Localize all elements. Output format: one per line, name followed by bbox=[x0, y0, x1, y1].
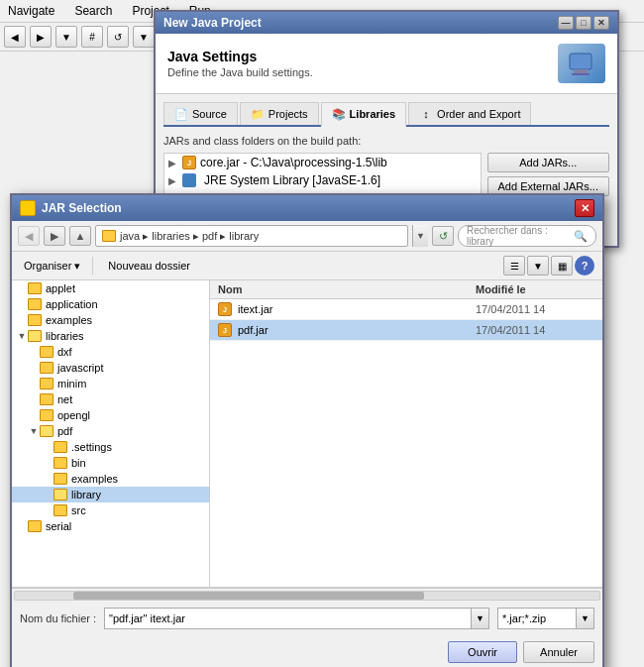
tree-item[interactable]: examples bbox=[12, 471, 209, 487]
folder-icon bbox=[40, 425, 54, 437]
tab-projects-label: Projects bbox=[268, 108, 308, 120]
folder-icon bbox=[28, 314, 42, 326]
expand-icon: ▶ bbox=[168, 158, 178, 168]
file-item-itext[interactable]: J itext.jar 17/04/2011 14 bbox=[210, 299, 602, 320]
close-button[interactable]: ✕ bbox=[593, 16, 609, 30]
tree-panel: applet application examples ▼ bbox=[12, 280, 210, 587]
tree-item[interactable]: ▼ libraries bbox=[12, 328, 209, 344]
nav-path-dropdown[interactable]: ▼ bbox=[412, 225, 428, 247]
jar-icon: J bbox=[182, 156, 196, 169]
view-buttons: ☰ ▼ ▦ ? bbox=[503, 256, 594, 276]
tree-item-label: libraries bbox=[46, 330, 84, 342]
view-grid-button[interactable]: ▦ bbox=[551, 256, 573, 276]
nouveau-dossier-button[interactable]: Nouveau dossier bbox=[101, 257, 197, 275]
folder-icon bbox=[28, 298, 42, 310]
libraries-icon: 📚 bbox=[332, 107, 346, 121]
tree-item[interactable]: serial bbox=[12, 518, 209, 534]
tree-item[interactable]: javascript bbox=[12, 360, 209, 376]
menu-search[interactable]: Search bbox=[70, 2, 116, 20]
tree-item-library[interactable]: library bbox=[12, 487, 209, 502]
lib-item-jre[interactable]: ▶ JRE System Library [JavaSE-1.6] bbox=[164, 171, 481, 189]
tree-item-label: minim bbox=[57, 378, 86, 389]
view-dropdown-button[interactable]: ▼ bbox=[527, 256, 549, 276]
tree-item[interactable]: bin bbox=[12, 455, 209, 471]
nav-search-box[interactable]: Rechercher dans : library 🔍 bbox=[458, 225, 596, 247]
tab-projects[interactable]: 📁 Projects bbox=[240, 102, 319, 125]
jar-dialog-titlebar: JAR Selection ✕ bbox=[12, 195, 602, 221]
tree-item-label: application bbox=[46, 298, 98, 310]
toolbar-btn-down[interactable]: ▼ bbox=[55, 26, 77, 48]
file-browser: applet application examples ▼ bbox=[12, 280, 602, 588]
toolbar-btn-refresh[interactable]: ↺ bbox=[107, 26, 129, 48]
organiser-button[interactable]: Organiser ▾ bbox=[20, 258, 84, 275]
toolbar-btn-grid[interactable]: # bbox=[81, 26, 103, 48]
add-jars-button[interactable]: Add JARs... bbox=[487, 153, 610, 172]
filename-dropdown[interactable]: ▼ bbox=[472, 608, 489, 629]
jar-icon: J bbox=[218, 302, 232, 316]
dialog-header-subtitle: Define the Java build settings. bbox=[167, 66, 313, 78]
folder-icon bbox=[54, 504, 67, 516]
lib-item-jre-label: JRE System Library [JavaSE-1.6] bbox=[204, 173, 380, 187]
nav-fwd-button[interactable]: ▶ bbox=[44, 226, 65, 246]
file-date: 17/04/2011 14 bbox=[476, 324, 594, 336]
annuler-button[interactable]: Annuler bbox=[523, 641, 594, 663]
nav-refresh-button[interactable]: ↺ bbox=[432, 226, 454, 246]
expand-icon-jre: ▶ bbox=[168, 175, 178, 186]
tree-item-label: applet bbox=[46, 282, 75, 294]
folder-icon bbox=[40, 378, 54, 389]
filename-label: Nom du fichier : bbox=[20, 612, 96, 624]
tree-item[interactable]: application bbox=[12, 296, 209, 312]
jar-close-button[interactable]: ✕ bbox=[575, 199, 594, 217]
tree-item-label: opengl bbox=[57, 409, 90, 421]
tab-source[interactable]: 📄 Source bbox=[163, 102, 238, 125]
maximize-button[interactable]: □ bbox=[576, 16, 591, 30]
files-panel: Nom Modifié le J itext.jar 17/04/2011 14… bbox=[210, 280, 602, 587]
nav-back-button[interactable]: ◀ bbox=[18, 226, 40, 246]
tree-item-label: dxf bbox=[57, 346, 72, 358]
tab-libraries-label: Libraries bbox=[350, 108, 395, 120]
tab-libraries[interactable]: 📚 Libraries bbox=[321, 102, 406, 127]
tree-item[interactable]: applet bbox=[12, 280, 209, 296]
view-list-button[interactable]: ☰ bbox=[503, 256, 525, 276]
lib-buttons: Add JARs... Add External JARs... bbox=[487, 153, 610, 196]
folder-icon bbox=[40, 362, 54, 374]
help-button[interactable]: ? bbox=[575, 256, 594, 276]
lib-item-core-label: core.jar - C:\Java\processing-1.5\lib bbox=[200, 156, 387, 169]
filename-input[interactable] bbox=[104, 608, 472, 629]
tree-item[interactable]: examples bbox=[12, 312, 209, 328]
tab-order-export[interactable]: ↕ Order and Export bbox=[408, 102, 531, 125]
tree-item-label: .settings bbox=[71, 441, 112, 453]
toolbar-btn-fwd[interactable]: ▶ bbox=[30, 26, 52, 48]
folder-icon bbox=[40, 393, 54, 405]
jar-title-icon bbox=[20, 200, 36, 216]
folder-icon bbox=[54, 441, 67, 453]
menu-navigate[interactable]: Navigate bbox=[4, 2, 58, 20]
tree-item[interactable]: ▼ pdf bbox=[12, 423, 209, 439]
tree-item[interactable]: minim bbox=[12, 376, 209, 391]
tree-item[interactable]: dxf bbox=[12, 344, 209, 360]
toolbar-btn-back[interactable]: ◀ bbox=[4, 26, 26, 48]
file-item-pdf[interactable]: J pdf.jar 17/04/2011 14 bbox=[210, 320, 602, 341]
nav-folder-icon bbox=[102, 230, 116, 242]
filetype-dropdown[interactable]: ▼ bbox=[577, 608, 594, 629]
bottom-bar: Nom du fichier : ▼ ▼ bbox=[12, 602, 602, 635]
nav-up-button[interactable]: ▲ bbox=[69, 226, 91, 246]
tree-item[interactable]: opengl bbox=[12, 407, 209, 423]
horizontal-scrollbar[interactable] bbox=[12, 588, 602, 602]
tree-item[interactable]: net bbox=[12, 391, 209, 407]
tab-order-label: Order and Export bbox=[437, 108, 520, 120]
tree-item[interactable]: .settings bbox=[12, 439, 209, 455]
filetype-select-wrapper: ▼ bbox=[497, 608, 594, 629]
ouvrir-button[interactable]: Ouvrir bbox=[448, 641, 517, 663]
minimize-button[interactable]: — bbox=[558, 16, 574, 30]
svg-rect-1 bbox=[574, 69, 588, 73]
nav-path-box[interactable]: java ▸ libraries ▸ pdf ▸ library bbox=[95, 225, 408, 247]
tree-item[interactable]: src bbox=[12, 502, 209, 518]
tree-item-label: examples bbox=[46, 314, 92, 326]
jre-icon bbox=[182, 173, 196, 187]
lib-item-core[interactable]: ▶ J core.jar - C:\Java\processing-1.5\li… bbox=[164, 154, 481, 171]
tree-item-label: pdf bbox=[57, 425, 72, 437]
folder-icon bbox=[40, 346, 54, 358]
toolbar-btn-down2[interactable]: ▼ bbox=[133, 26, 155, 48]
filetype-input[interactable] bbox=[497, 608, 577, 629]
